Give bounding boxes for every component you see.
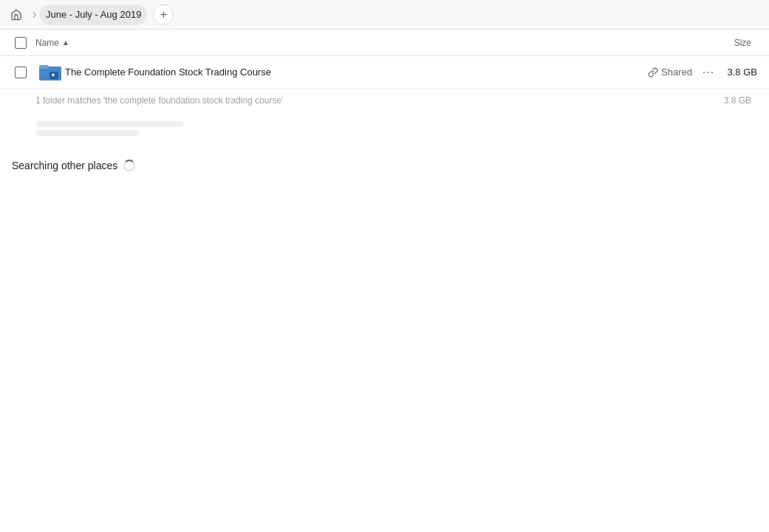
size-column-header[interactable]: Size [734, 38, 763, 48]
add-icon: + [160, 8, 167, 21]
searching-section: Searching other places [0, 145, 769, 186]
loading-spinner [123, 160, 135, 171]
skeleton-line-2 [35, 130, 139, 136]
size-header-label: Size [734, 38, 751, 48]
top-bar: June - July - Aug 2019 + [0, 0, 769, 30]
skeleton-line-1 [35, 121, 183, 127]
file-size: 3.8 GB [719, 66, 763, 78]
sub-info-size: 3.8 GB [724, 95, 757, 106]
sub-info-row: 1 folder matches 'the complete foundatio… [0, 89, 769, 112]
row-checkbox-area[interactable] [6, 66, 35, 78]
shared-label: Shared [661, 66, 692, 78]
breadcrumb[interactable]: June - July - Aug 2019 [40, 4, 147, 25]
skeleton-loading [0, 112, 769, 145]
select-all-checkbox-area[interactable] [6, 37, 35, 49]
more-icon: ··· [703, 66, 714, 79]
sub-info-text: 1 folder matches 'the complete foundatio… [35, 95, 724, 106]
name-header-label: Name [35, 38, 59, 48]
select-all-checkbox[interactable] [15, 37, 27, 49]
shared-badge: Shared [648, 66, 692, 78]
searching-label: Searching other places [12, 160, 117, 171]
breadcrumb-label: June - July - Aug 2019 [46, 9, 141, 20]
home-button[interactable] [6, 4, 27, 25]
name-column-header[interactable]: Name ▲ [35, 38, 734, 48]
add-button[interactable]: + [153, 4, 174, 25]
file-icon-wrap [35, 63, 65, 82]
svg-rect-2 [49, 72, 58, 79]
file-actions: Shared ··· [648, 62, 719, 83]
svg-rect-1 [39, 65, 49, 69]
file-name: The Complete Foundation Stock Trading Co… [65, 66, 648, 78]
link-icon [648, 67, 658, 78]
row-checkbox[interactable] [15, 66, 27, 78]
breadcrumb-separator [30, 11, 36, 17]
folder-icon [39, 63, 61, 82]
column-headers: Name ▲ Size [0, 30, 769, 56]
more-options-button[interactable]: ··· [698, 62, 719, 83]
sort-arrow-icon: ▲ [62, 38, 69, 47]
file-row[interactable]: The Complete Foundation Stock Trading Co… [0, 56, 769, 89]
